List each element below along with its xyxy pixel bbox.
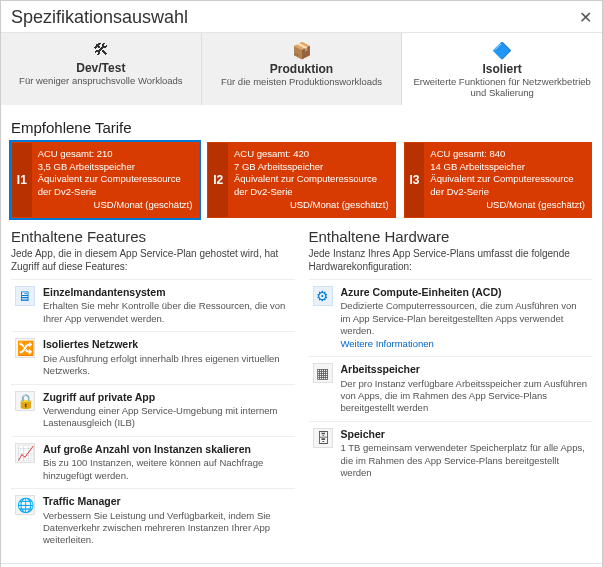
tier-info: ACU gesamt: 840 14 GB Arbeitsspeicher Äq… (424, 143, 591, 217)
monitor-icon: 🖥 (15, 286, 35, 306)
hw-acu: ⚙ Azure Compute-Einheiten (ACD) Dedizier… (309, 279, 593, 356)
feature-desc: Verwendung einer App Service-Umgebung mi… (43, 405, 277, 428)
tier-i2[interactable]: I2 ACU gesamt: 420 7 GB Arbeitsspeicher … (207, 142, 395, 218)
hw-title: Speicher (341, 428, 589, 442)
tier-price: USD/Monat (geschätzt) (234, 199, 389, 212)
hardware-heading: Enthaltene Hardware (309, 228, 593, 245)
tier-i1[interactable]: I1 ACU gesamt: 210 3,5 GB Arbeitsspeiche… (11, 142, 199, 218)
network-icon: 🔀 (15, 338, 35, 358)
tools-icon: 🛠 (7, 41, 195, 59)
tab-title: Dev/Test (7, 61, 195, 75)
tier-equiv: Äquivalent zur Computeressource der Dv2-… (38, 173, 193, 199)
feature-title: Einzelmandantensystem (43, 286, 291, 300)
tier-code: I2 (208, 143, 228, 217)
feature-desc: Erhalten Sie mehr Kontrolle über die Res… (43, 300, 285, 323)
tier-acu: ACU gesamt: 420 (234, 148, 389, 161)
feature-title: Zugriff auf private App (43, 391, 291, 405)
globe-icon: 🌐 (15, 495, 35, 515)
features-sub: Jede App, die in diesem App Service-Plan… (11, 247, 295, 273)
hardware-column: Enthaltene Hardware Jede Instanz Ihres A… (309, 228, 593, 553)
diamond-icon: 🔷 (408, 41, 596, 60)
hw-desc: Der pro Instanz verfügbare Arbeitsspeich… (341, 378, 588, 414)
spec-picker-panel: Spezifikationsauswahl ✕ 🛠 Dev/Test Für w… (0, 0, 603, 567)
tier-code: I1 (12, 143, 32, 217)
tab-isolated[interactable]: 🔷 Isoliert Erweiterte Funktionen für Net… (402, 33, 602, 105)
hw-desc: Dedizierte Computerressourcen, die zum A… (341, 300, 577, 336)
cpu-icon: ⚙ (313, 286, 333, 306)
hw-storage: 🗄 Speicher 1 TB gemeinsam verwendeter Sp… (309, 421, 593, 486)
tier-i3[interactable]: I3 ACU gesamt: 840 14 GB Arbeitsspeicher… (404, 142, 592, 218)
pricing-tiers: I1 ACU gesamt: 210 3,5 GB Arbeitsspeiche… (11, 142, 592, 218)
tier-memory: 3,5 GB Arbeitsspeicher (38, 161, 193, 174)
tier-equiv: Äquivalent zur Computeressource der Dv2-… (234, 173, 389, 199)
tier-memory: 7 GB Arbeitsspeicher (234, 161, 389, 174)
feature-title: Auf große Anzahl von Instanzen skalieren (43, 443, 291, 457)
hardware-sub: Jede Instanz Ihres App Service-Plans umf… (309, 247, 593, 273)
tier-category-tabs: 🛠 Dev/Test Für weniger anspruchsvolle Wo… (1, 33, 602, 105)
tier-memory: 14 GB Arbeitsspeicher (430, 161, 585, 174)
feature-private-app: 🔒 Zugriff auf private App Verwendung ein… (11, 384, 295, 436)
feature-desc: Bis zu 100 Instanzen, weitere können auf… (43, 457, 263, 480)
feature-single-tenant: 🖥 Einzelmandantensystem Erhalten Sie meh… (11, 279, 295, 331)
feature-desc: Die Ausführung erfolgt innerhalb Ihres e… (43, 353, 280, 376)
feature-isolated-network: 🔀 Isoliertes Netzwerk Die Ausführung erf… (11, 331, 295, 383)
tier-equiv: Äquivalent zur Computeressource der Dv2-… (430, 173, 585, 199)
tier-price: USD/Monat (geschätzt) (430, 199, 585, 212)
tab-sub: Für weniger anspruchsvolle Workloads (7, 75, 195, 86)
panel-title: Spezifikationsauswahl (11, 7, 579, 28)
hw-desc: 1 TB gemeinsam verwendeter Speicherplatz… (341, 442, 585, 478)
tab-title: Isoliert (408, 62, 596, 76)
features-column: Enthaltene Features Jede App, die in die… (11, 228, 295, 553)
panel-body: Empfohlene Tarife I1 ACU gesamt: 210 3,5… (1, 105, 602, 563)
tab-sub: Erweiterte Funktionen für Netzwerkbetrie… (408, 76, 596, 99)
feature-title: Traffic Manager (43, 495, 291, 509)
tab-title: Produktion (208, 62, 396, 76)
features-heading: Enthaltene Features (11, 228, 295, 245)
tier-info: ACU gesamt: 420 7 GB Arbeitsspeicher Äqu… (228, 143, 395, 217)
more-info-link[interactable]: Weitere Informationen (341, 338, 434, 349)
feature-traffic-manager: 🌐 Traffic Manager Verbessern Sie Leistun… (11, 488, 295, 553)
hw-title: Azure Compute-Einheiten (ACD) (341, 286, 589, 300)
details-columns: Enthaltene Features Jede App, die in die… (11, 228, 592, 553)
tier-price: USD/Monat (geschätzt) (38, 199, 193, 212)
panel-footer: Anwenden (1, 563, 602, 567)
tab-dev-test[interactable]: 🛠 Dev/Test Für weniger anspruchsvolle Wo… (1, 33, 202, 105)
hw-title: Arbeitsspeicher (341, 363, 589, 377)
hw-memory: ▦ Arbeitsspeicher Der pro Instanz verfüg… (309, 356, 593, 421)
storage-icon: 🗄 (313, 428, 333, 448)
feature-title: Isoliertes Netzwerk (43, 338, 291, 352)
tier-info: ACU gesamt: 210 3,5 GB Arbeitsspeicher Ä… (32, 143, 199, 217)
feature-scale-out: 📈 Auf große Anzahl von Instanzen skalier… (11, 436, 295, 488)
tab-production[interactable]: 📦 Produktion Für die meisten Produktions… (202, 33, 403, 105)
scale-icon: 📈 (15, 443, 35, 463)
feature-desc: Verbessern Sie Leistung und Verfügbarkei… (43, 510, 271, 546)
memory-icon: ▦ (313, 363, 333, 383)
tab-sub: Für die meisten Produktionsworkloads (208, 76, 396, 87)
tier-acu: ACU gesamt: 840 (430, 148, 585, 161)
close-icon[interactable]: ✕ (579, 8, 592, 27)
recommended-heading: Empfohlene Tarife (11, 119, 592, 136)
box-icon: 📦 (208, 41, 396, 60)
panel-header: Spezifikationsauswahl ✕ (1, 1, 602, 33)
tier-acu: ACU gesamt: 210 (38, 148, 193, 161)
lock-icon: 🔒 (15, 391, 35, 411)
tier-code: I3 (405, 143, 425, 217)
